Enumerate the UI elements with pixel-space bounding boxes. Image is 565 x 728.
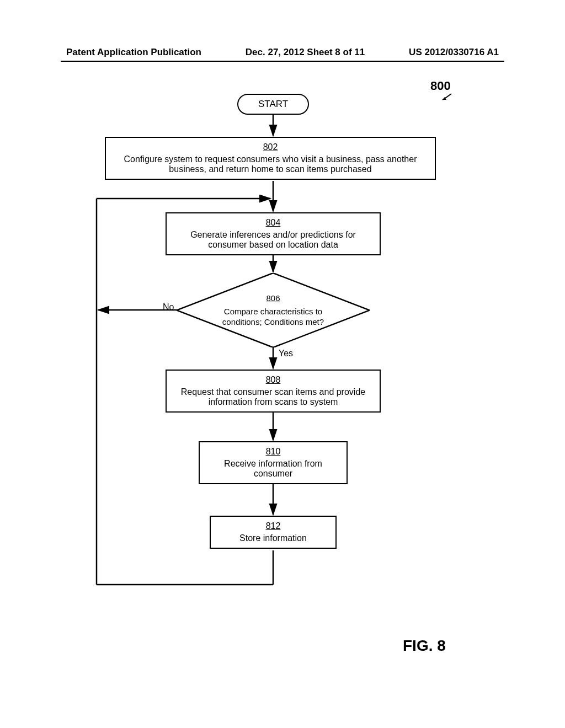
page-header: Patent Application Publication Dec. 27, … (0, 47, 565, 58)
figure-label: FIG. 8 (403, 637, 446, 655)
step-802-text: Configure system to request consumers wh… (124, 154, 417, 174)
step-808: 808 Request that consumer scan items and… (166, 370, 381, 413)
header-center: Dec. 27, 2012 Sheet 8 of 11 (246, 47, 365, 58)
step-812-number: 812 (216, 521, 330, 531)
step-804: 804 Generate inferences and/or predictio… (166, 212, 381, 255)
start-label: START (258, 99, 288, 110)
step-806-number: 806 (266, 293, 280, 304)
decision-806-content: 806 Compare characteristics to condition… (177, 273, 370, 347)
start-node: START (237, 94, 309, 115)
header-rule (61, 61, 504, 62)
step-812-text: Store information (239, 533, 307, 543)
step-808-text: Request that consumer scan items and pro… (181, 387, 365, 406)
step-804-text: Generate inferences and/or predictions f… (190, 230, 356, 249)
yes-label: Yes (279, 349, 293, 358)
no-label: No (163, 302, 174, 312)
step-806-text: Compare characteristics to conditions; C… (177, 306, 370, 328)
header-left: Patent Application Publication (66, 47, 201, 58)
decision-806: 806 Compare characteristics to condition… (177, 273, 370, 347)
header-right: US 2012/0330716 A1 (409, 47, 499, 58)
step-808-number: 808 (172, 375, 374, 385)
step-810: 810 Receive information from consumer (199, 441, 348, 484)
step-802: 802 Configure system to request consumer… (105, 137, 436, 180)
step-804-number: 804 (172, 218, 374, 228)
step-812: 812 Store information (210, 516, 337, 549)
step-810-number: 810 (205, 447, 341, 457)
flowchart-diagram: START 802 Configure system to request co… (83, 88, 458, 640)
step-810-text: Receive information from consumer (224, 459, 322, 478)
step-802-number: 802 (111, 142, 429, 152)
